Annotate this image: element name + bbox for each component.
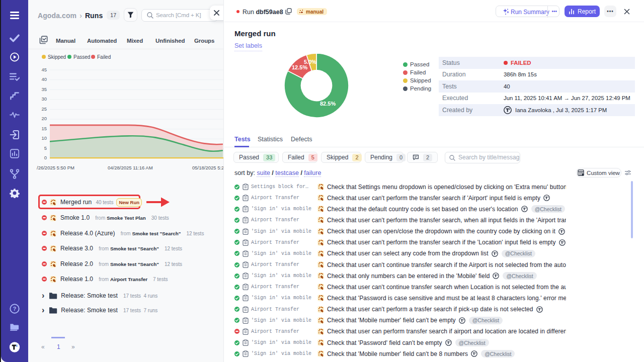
svg-text:?: ? (13, 306, 17, 312)
